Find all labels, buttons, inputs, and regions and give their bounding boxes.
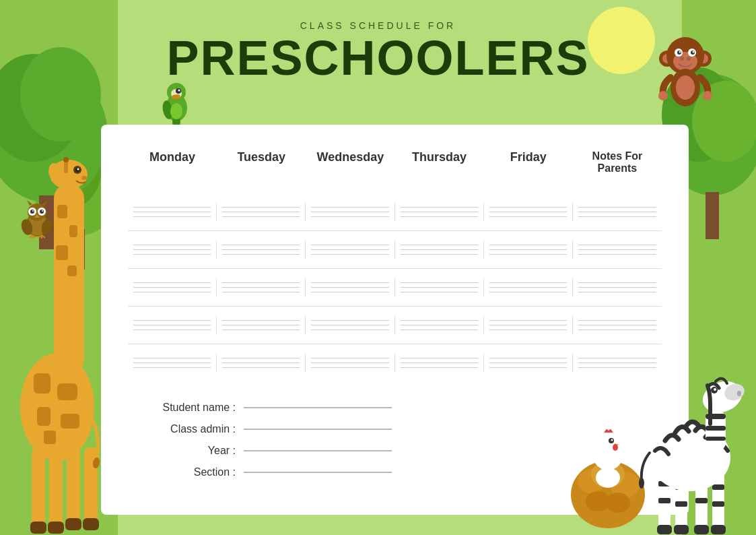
- cell-tue-2: [217, 241, 306, 259]
- svg-rect-49: [64, 161, 68, 173]
- svg-rect-96: [712, 501, 724, 507]
- svg-point-111: [639, 478, 644, 489]
- cell-line: [401, 358, 478, 358]
- cell-line: [401, 363, 478, 363]
- cell-fri-2: [484, 241, 573, 259]
- cell-notes-2: [573, 241, 662, 259]
- cell-line: [222, 363, 300, 363]
- cell-line: [401, 282, 478, 283]
- schedule-row: [128, 193, 662, 231]
- cell-line: [133, 320, 211, 321]
- cell-fri-1: [484, 203, 573, 221]
- class-admin-input[interactable]: [244, 429, 392, 430]
- section-input[interactable]: [244, 472, 392, 473]
- cell-line: [489, 329, 567, 330]
- cell-line: [489, 254, 567, 255]
- svg-rect-40: [57, 205, 67, 218]
- cell-line: [401, 292, 478, 292]
- cell-line: [222, 282, 300, 283]
- svg-point-110: [737, 391, 741, 396]
- cell-line: [401, 216, 478, 217]
- section-label: Section :: [141, 466, 236, 478]
- cell-line: [133, 282, 211, 283]
- cell-line: [311, 282, 388, 283]
- cell-line: [222, 325, 300, 325]
- svg-rect-56: [61, 414, 79, 429]
- col-thursday: Thursday: [395, 145, 484, 180]
- svg-point-48: [81, 176, 87, 180]
- cell-tue-4: [217, 316, 306, 334]
- cell-line: [401, 287, 478, 288]
- cell-line: [222, 249, 300, 250]
- svg-rect-57: [44, 431, 56, 444]
- cell-line: [222, 212, 300, 212]
- svg-rect-64: [65, 518, 81, 530]
- schedule-row: [128, 269, 662, 307]
- schedule-row: [128, 307, 662, 344]
- cell-line: [222, 292, 300, 292]
- cell-line: [222, 287, 300, 288]
- schedule-rows: [128, 193, 662, 381]
- cell-line: [489, 282, 567, 283]
- svg-point-35: [178, 90, 180, 92]
- cell-line: [222, 245, 300, 245]
- svg-rect-41: [69, 225, 77, 237]
- svg-point-123: [613, 444, 618, 451]
- cell-notes-3: [573, 278, 662, 296]
- year-input[interactable]: [244, 450, 392, 451]
- cell-line: [133, 254, 211, 255]
- cell-line: [311, 358, 388, 358]
- cell-line: [133, 212, 211, 212]
- cell-wed-3: [306, 278, 394, 296]
- cell-mon-2: [128, 241, 217, 259]
- cell-tue-1: [217, 203, 306, 221]
- svg-rect-42: [56, 245, 68, 260]
- cell-line: [222, 329, 300, 330]
- cell-thu-4: [395, 316, 484, 334]
- cell-line: [311, 245, 388, 245]
- cell-mon-5: [128, 354, 217, 372]
- cell-line: [489, 245, 567, 245]
- cell-line: [489, 325, 567, 325]
- svg-rect-97: [657, 525, 672, 534]
- cell-line: [489, 358, 567, 358]
- cell-tue-5: [217, 354, 306, 372]
- cell-line: [401, 207, 478, 208]
- svg-rect-65: [83, 518, 99, 530]
- header: CLASS SCHEDULE FOR PRESCHOOLERS: [0, 20, 756, 82]
- svg-rect-99: [694, 525, 709, 534]
- cell-line: [133, 216, 211, 217]
- cell-line: [578, 325, 656, 325]
- cell-line: [489, 287, 567, 288]
- cell-line: [222, 254, 300, 255]
- svg-rect-53: [34, 373, 50, 394]
- cell-mon-3: [128, 278, 217, 296]
- page: CLASS SCHEDULE FOR PRESCHOOLERS Monday T…: [0, 0, 756, 535]
- svg-rect-105: [706, 437, 726, 441]
- cell-line: [311, 320, 388, 321]
- col-friday: Friday: [484, 145, 573, 180]
- svg-rect-43: [67, 265, 77, 276]
- cell-line: [133, 207, 211, 208]
- svg-rect-92: [675, 501, 687, 507]
- cell-line: [311, 325, 388, 325]
- cell-line: [489, 292, 567, 292]
- svg-rect-95: [712, 484, 724, 490]
- cell-wed-5: [306, 354, 394, 372]
- cell-line: [578, 249, 656, 250]
- student-name-input[interactable]: [244, 407, 392, 408]
- svg-rect-54: [57, 383, 77, 400]
- cell-line: [401, 254, 478, 255]
- svg-point-109: [714, 388, 716, 391]
- svg-point-84: [703, 91, 712, 100]
- student-name-label: Student name :: [141, 402, 236, 414]
- cell-line: [311, 207, 388, 208]
- svg-rect-100: [711, 525, 726, 534]
- cell-line: [578, 212, 656, 212]
- cell-line: [311, 292, 388, 292]
- svg-rect-98: [674, 525, 689, 534]
- svg-rect-63: [48, 522, 64, 534]
- cell-line: [222, 320, 300, 321]
- cell-thu-2: [395, 241, 484, 259]
- schedule-header: Monday Tuesday Wednesday Thursday Friday…: [128, 145, 662, 180]
